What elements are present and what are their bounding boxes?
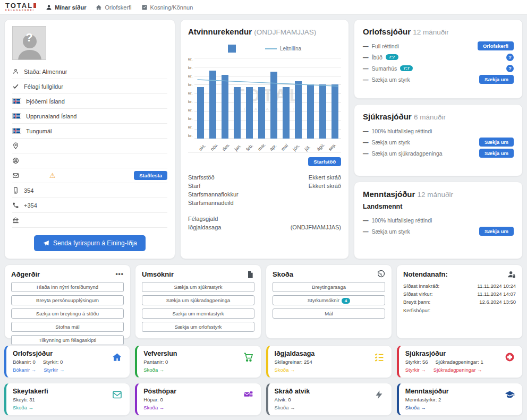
- brand-name: TOTAL: [5, 2, 36, 9]
- change-history-button[interactable]: Breytingarsaga: [273, 282, 385, 292]
- create-case-button[interactable]: Stofna mál: [11, 322, 124, 332]
- bank-icon: [12, 217, 19, 224]
- fund-subtitle: Landsmennt: [363, 203, 514, 210]
- nav-my-pages[interactable]: Mínar síður: [46, 4, 86, 11]
- applications-title: Umsóknir: [142, 270, 254, 278]
- stat-link-styrkir[interactable]: Styrkir →: [405, 367, 426, 373]
- stat-link-sko-a[interactable]: Skoða →: [275, 367, 295, 373]
- apply-sick-benefits-button[interactable]: Sækja um sjúkradagpeninga: [142, 295, 254, 305]
- stat-link-sko-a[interactable]: Skoða →: [405, 405, 426, 410]
- stat-values: Menntastyrkir: 2: [405, 397, 516, 402]
- y-tick-label: kr.: [188, 125, 192, 130]
- check-square-icon: [141, 4, 148, 11]
- stat-link-sko-a[interactable]: Skoða →: [13, 405, 33, 410]
- stat-link-sko-a[interactable]: Skoða →: [275, 405, 295, 410]
- profile-row-email: ⚠ Staðfesta: [12, 168, 167, 183]
- cases-button[interactable]: Mál: [273, 308, 385, 319]
- avatar[interactable]: ?: [12, 26, 46, 60]
- fund-item-label: Sækja um styrk: [372, 139, 410, 145]
- profile-row-bank: [12, 213, 167, 228]
- cart-icon: [243, 352, 253, 362]
- confirm-email-button[interactable]: Staðfesta: [134, 171, 167, 180]
- paper-plane-icon: [42, 240, 49, 247]
- upload-cover-photo-button[interactable]: Hlaða inn nýrri forsíðumynd: [11, 282, 124, 292]
- apply-button[interactable]: Sækja um: [479, 138, 514, 147]
- ratio-badge: 7:7: [400, 65, 413, 71]
- chart-y-axis: kr.kr.kr.kr.kr.kr.kr.kr.kr.kr.: [188, 58, 194, 139]
- stat-link-b-kanir[interactable]: Bókanir →: [13, 367, 36, 373]
- stat-link-sj-kradagpeningar[interactable]: Sjúkradagpeningar →: [434, 367, 482, 373]
- stat-values: Skilagreinar: 254: [275, 359, 385, 365]
- nav-orlofskerfi[interactable]: Orlofskerfi: [96, 4, 131, 11]
- stat-links: Skoða →: [143, 367, 254, 373]
- chart-subtitle: (ONDJFMAMJJAS): [254, 28, 316, 36]
- fund-item: —Sækja um styrkSækja um: [363, 136, 514, 148]
- dash-icon: —: [363, 150, 369, 157]
- edit-personal-info-button[interactable]: Breyta persónuupplýsingum: [11, 295, 124, 305]
- help-icon[interactable]: ?: [506, 65, 514, 72]
- legend-trend: Leitnilína: [265, 46, 301, 52]
- graduation-cap-icon: [505, 390, 515, 400]
- iceland-flag-icon: [12, 128, 21, 134]
- envelope-icon: [112, 390, 122, 400]
- stat-card-title: Orlofssjóður: [13, 350, 123, 357]
- brand-logo[interactable]: TOTAL FÉLAGAKERFI: [5, 2, 36, 12]
- fund-item-label: Sumarhús: [372, 65, 397, 72]
- stat-value: Styrkir: 0: [43, 359, 63, 365]
- mobile-icon: [12, 187, 19, 194]
- warning-icon: ⚠: [49, 172, 56, 179]
- grant-applications-button[interactable]: Styrkumsóknir4: [273, 295, 385, 305]
- orlofskerfi-button[interactable]: Orlofskerfi: [478, 41, 514, 50]
- stat-card-title: Vefverslun: [143, 350, 254, 357]
- apply-status-change-button[interactable]: Sækja um breytingu á stöðu: [11, 308, 124, 319]
- apply-button[interactable]: Sækja um: [479, 227, 514, 236]
- stat-value: Sjúkradagpeningar: 1: [436, 359, 483, 365]
- stat-links: Skoða →: [275, 405, 385, 410]
- ellipsis-icon[interactable]: •••: [115, 270, 124, 278]
- life-ring-icon: [505, 352, 515, 362]
- dash-icon: —: [363, 139, 369, 145]
- stat-link-sko-a[interactable]: Skoða →: [143, 405, 164, 410]
- profile-row-language: Tungumál: [12, 124, 167, 139]
- stat-values: Pantanir: 0: [143, 359, 254, 365]
- legend-bar-swatch: [228, 45, 236, 53]
- nav-kosning[interactable]: Kosning/Könnun: [141, 4, 193, 11]
- apply-sick-grant-button[interactable]: Sækja um sjúkrastyrk: [142, 282, 254, 292]
- check-icon: [12, 83, 19, 90]
- fund-item: —100% hlutfallsleg réttindi: [363, 125, 514, 136]
- help-icon[interactable]: ?: [506, 54, 514, 61]
- stat-links: Bókanir →Styrkir →: [13, 367, 123, 373]
- fund-item: —Sækja um styrkSækja um: [363, 74, 514, 85]
- fund-items: —Full réttindiOrlofskerfi—Íbúð7:7?—Sumar…: [363, 40, 514, 85]
- stat-links: Skoða →: [405, 405, 516, 410]
- apply-education-grant-button[interactable]: Sækja um menntastyrk: [142, 308, 254, 319]
- stat-values: Bókanir: 0Styrkir: 0: [13, 359, 123, 365]
- chart-title: Atvinnurekendur (ONDJFMAMJJAS): [188, 27, 341, 36]
- stat-value: Styrkir: 56: [405, 359, 428, 365]
- bolt-icon: [374, 390, 384, 400]
- apply-button[interactable]: Sækja um: [479, 149, 514, 158]
- iceland-flag-icon: [12, 98, 21, 104]
- fund-item: —Sækja um sjúkradagpeningaSækja um: [363, 148, 514, 159]
- fund-title: Menntasjóður 12 mánuðir: [363, 190, 514, 199]
- view-card: Skoða Breytingarsaga Styrkumsóknir4 Mál: [266, 264, 392, 339]
- history-icon: [377, 270, 385, 279]
- stat-card-title: Sjúkrasjóður: [405, 350, 516, 357]
- stat-link-sko-a[interactable]: Skoða →: [143, 367, 164, 373]
- membership-transfer-button[interactable]: Tilkynning um félagaskipti: [11, 335, 124, 345]
- apply-button[interactable]: Sækja um: [479, 75, 514, 84]
- starfstod-button[interactable]: Starfstöð: [308, 157, 341, 166]
- fund-item-label: 100% hlutfallsleg réttindi: [372, 217, 432, 224]
- fund-item-label: Sækja um styrk: [372, 76, 410, 83]
- chart-plot-area: kr.kr.kr.kr.kr.kr.kr.kr.kr.kr. TOTAL FÉL…: [188, 58, 341, 139]
- fund-card-orlofssjodur: Orlofssjóður 12 mánuðir —Full réttindiOr…: [354, 19, 523, 99]
- stat-card-title: Skráð atvik: [275, 388, 385, 395]
- stat-value: Bókanir: 0: [13, 359, 36, 365]
- stat-link-styrkir[interactable]: Styrkir →: [44, 367, 64, 373]
- stat-links: Skoða →: [13, 405, 123, 410]
- brand-red-block-icon: [33, 3, 36, 8]
- stat-links: Skoða →: [275, 367, 385, 373]
- apply-vacation-grant-button[interactable]: Sækja um orlofsstyrk: [142, 322, 254, 332]
- send-inquiry-button[interactable]: Senda fyrirspurn á Eining-Iðja: [34, 235, 146, 251]
- chart-legend: Leitnilína: [188, 45, 341, 53]
